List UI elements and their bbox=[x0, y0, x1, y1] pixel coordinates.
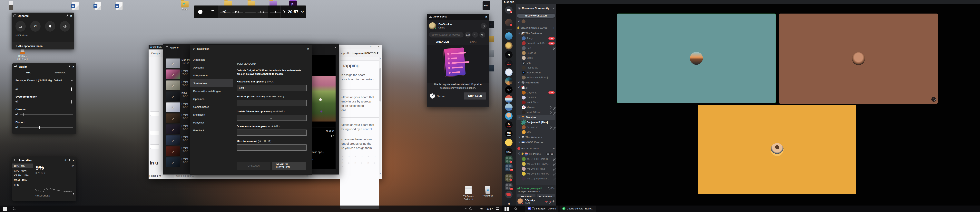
metric-row[interactable]: RAM48% bbox=[12, 178, 33, 182]
social-widget-icon[interactable] bbox=[259, 9, 264, 14]
channel-row[interactable]: OC Politie 11 / 99 + bbox=[517, 151, 555, 156]
server-icon[interactable]: M bbox=[505, 51, 512, 58]
settings-nav-item[interactable]: Meldingen bbox=[190, 111, 233, 119]
channel-row[interactable]: Lucas O. + bbox=[516, 50, 556, 55]
shortcut-input[interactable]: ⌶ bbox=[237, 115, 307, 121]
close-icon[interactable]: × bbox=[485, 15, 487, 18]
settings-nav-item[interactable]: Widgetmenu bbox=[190, 71, 233, 79]
popout-icon[interactable]: ↗ bbox=[331, 135, 334, 137]
tray-network-icon[interactable] bbox=[474, 208, 477, 210]
channel-row[interactable]: Mees + bbox=[516, 55, 556, 60]
microphone-button[interactable] bbox=[60, 21, 70, 32]
channel-row[interactable]: Benjamin S. [Max] + bbox=[516, 120, 556, 125]
new-unread-pill[interactable]: NIEUW ONGELEZEN bbox=[517, 14, 555, 18]
channel-row[interactable]: Straatjes + bbox=[517, 115, 555, 120]
channel-row[interactable]: Cayne S. LIVE + bbox=[516, 90, 556, 95]
start-button[interactable] bbox=[504, 207, 509, 211]
desktop-icon-shortcut[interactable] bbox=[4, 1, 18, 10]
server-icon[interactable]: AdminPanel bbox=[505, 60, 512, 67]
channel-row[interactable]: Max + bbox=[516, 130, 556, 135]
channel-row[interactable]: ZT + bbox=[517, 85, 555, 90]
add-friend-button[interactable]: + bbox=[465, 32, 471, 38]
channel-row[interactable]: Bert + bbox=[516, 45, 556, 50]
create-channel-icon[interactable]: + bbox=[553, 147, 555, 150]
avatar[interactable] bbox=[429, 22, 436, 29]
metric-row[interactable]: GPU67% bbox=[12, 168, 33, 173]
desktop-icon-word-doc[interactable] bbox=[91, 2, 105, 10]
desktop-icon-2fa-txt[interactable]: 2FA Backup Codes.txt bbox=[459, 186, 478, 201]
server-icon[interactable] bbox=[505, 77, 512, 85]
volume-slider[interactable] bbox=[21, 127, 73, 128]
tab-chat[interactable]: CHAT bbox=[458, 40, 489, 43]
close-icon[interactable]: × bbox=[72, 65, 74, 68]
video-progress-bar[interactable] bbox=[312, 128, 335, 128]
settings-nav-item[interactable]: Accounts bbox=[190, 64, 233, 71]
metric-row[interactable]: CPU9% bbox=[12, 164, 33, 168]
save-button[interactable]: OPSLAAN bbox=[237, 162, 270, 170]
channel-row[interactable]: [42-01 | II*] Meaga... + bbox=[516, 176, 556, 181]
tab-mix[interactable]: MIX bbox=[12, 71, 44, 74]
close-icon[interactable]: × bbox=[378, 45, 379, 48]
settings-nav-item[interactable]: Sneltoetsen bbox=[190, 79, 233, 87]
settings-nav-item[interactable]: Partychat bbox=[190, 119, 233, 127]
call-participant-tile[interactable] bbox=[698, 105, 856, 194]
record-button[interactable] bbox=[45, 21, 55, 32]
tray-mic-icon[interactable] bbox=[469, 207, 471, 209]
notifications-bell-button[interactable] bbox=[481, 23, 487, 29]
scroll-down-icon[interactable]: ▼ bbox=[380, 173, 381, 174]
desktop-icon-replay-video[interactable]: Replay 1 30-19.mp4 bbox=[11, 48, 34, 60]
performance-widget-titlebar[interactable]: Prestaties ⇵ × bbox=[12, 157, 76, 164]
desktop-icon-epic-games[interactable]: EPIC bbox=[479, 1, 493, 10]
scrollbar[interactable]: ▲ ▼ bbox=[379, 57, 381, 175]
channel-row[interactable]: MWSF Kantoor + bbox=[517, 140, 555, 145]
noise-suppression-icon[interactable] bbox=[548, 188, 549, 189]
voice-location[interactable]: Straatjes / Roerveen Co... bbox=[518, 190, 555, 193]
close-icon[interactable]: × bbox=[70, 14, 72, 17]
desktop-icon-folder-gwen[interactable]: V Gwen bbox=[177, 1, 192, 11]
show-all-captures-button[interactable]: Alle opnamen tonen bbox=[11, 42, 74, 50]
audio-widget-titlebar[interactable]: Audio × bbox=[12, 63, 76, 70]
scrollbar[interactable] bbox=[75, 97, 75, 118]
channel-row[interactable]: Willem Hunt [Bram] + bbox=[516, 75, 556, 80]
channel-row[interactable]: HULPVERLENING + bbox=[516, 146, 556, 151]
channel-row[interactable]: Nightshade + bbox=[517, 80, 555, 85]
maximize-icon[interactable]: □ bbox=[371, 45, 372, 48]
channel-row[interactable]: ◎ Olaf + bbox=[516, 60, 556, 65]
server-icon[interactable]: TIJNF bbox=[505, 86, 512, 94]
server-icon[interactable] bbox=[505, 139, 512, 146]
groups-tab[interactable]: Groups bbox=[151, 51, 160, 55]
create-channel-icon[interactable]: + bbox=[553, 26, 555, 29]
channel-row[interactable]: R Rick FORCE + bbox=[516, 70, 556, 75]
widget-menu-icon[interactable] bbox=[210, 9, 215, 14]
server-icon[interactable] bbox=[505, 32, 512, 40]
volume-slider[interactable] bbox=[21, 114, 73, 115]
channel-row[interactable]: [05-01* | IIII] Raym... + bbox=[516, 161, 556, 166]
desktop-icon-word-doc[interactable] bbox=[68, 2, 83, 10]
taskbar-app-discord[interactable]: Straatjes - Discord bbox=[525, 206, 558, 212]
channel-row[interactable]: Jordy LIVE + bbox=[516, 36, 556, 41]
volume-slider[interactable] bbox=[21, 102, 73, 102]
server-header[interactable]: ◉ Roerveen Community bbox=[516, 4, 556, 12]
channel-row[interactable]: Yorrit Dikkert + bbox=[516, 110, 556, 115]
minimize-icon[interactable]: — bbox=[361, 45, 363, 48]
desktop-icon-recycle-bin[interactable]: ♻ Prullenbak bbox=[478, 186, 498, 197]
settings-nav-item[interactable]: Gamefuncties bbox=[190, 103, 233, 111]
options-sliders-icon[interactable]: ⇵ bbox=[64, 159, 67, 162]
audio-widget-icon[interactable] bbox=[222, 9, 227, 14]
screenshot-button[interactable] bbox=[16, 21, 25, 32]
settings-titlebar[interactable]: ⚙ Instellingen × bbox=[190, 45, 312, 53]
gamebar-settings-icon[interactable]: ⚙ bbox=[300, 9, 305, 14]
party-headset-button[interactable] bbox=[472, 32, 478, 38]
server-icon[interactable] bbox=[505, 103, 512, 111]
close-icon[interactable]: × bbox=[72, 159, 74, 162]
tray-volume-icon[interactable] bbox=[480, 207, 483, 210]
xbox-logo-icon[interactable] bbox=[198, 9, 203, 14]
server-icon[interactable] bbox=[505, 95, 512, 103]
taskbar-app-spotify[interactable]: Cedric Gervais - Every... bbox=[560, 206, 596, 212]
metric-row[interactable]: FPS-- bbox=[12, 182, 33, 187]
new-message-button[interactable]: ✎ bbox=[479, 32, 485, 38]
start-button[interactable] bbox=[3, 207, 7, 211]
taskbar-search-icon[interactable] bbox=[514, 207, 517, 210]
audio-device-select[interactable]: Behringer Kanaal 4 (NVIDIA High Definiti… bbox=[12, 76, 76, 82]
performance-widget-icon[interactable] bbox=[247, 9, 252, 14]
